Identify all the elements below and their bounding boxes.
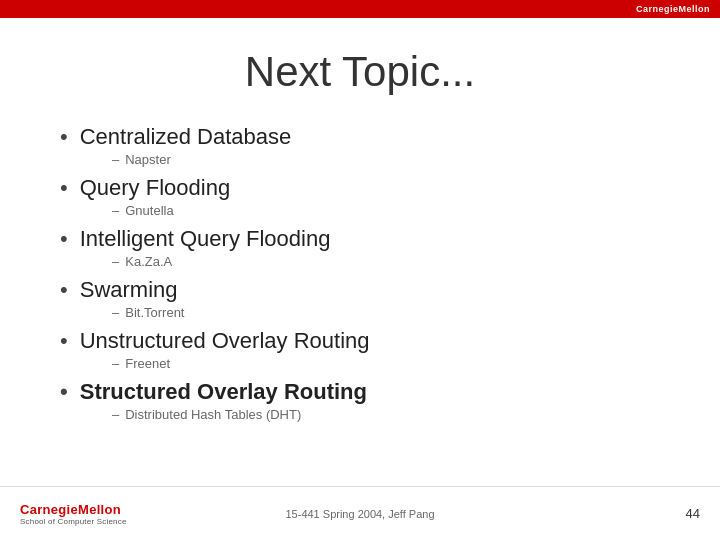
bullet-item: •Swarming–Bit.Torrent	[60, 277, 660, 320]
bullet-label: Unstructured Overlay Routing	[80, 328, 370, 354]
sub-label: Freenet	[125, 356, 170, 371]
bullet-label: Intelligent Query Flooding	[80, 226, 331, 252]
sub-dash: –	[112, 254, 119, 269]
bullet-main-text: •Intelligent Query Flooding	[60, 226, 660, 252]
bullet-sub-item: –Distributed Hash Tables (DHT)	[112, 407, 660, 422]
sub-label: Napster	[125, 152, 171, 167]
bullet-sub-item: –Napster	[112, 152, 660, 167]
bullet-label: Swarming	[80, 277, 178, 303]
sub-label: Ka.Za.A	[125, 254, 172, 269]
sub-dash: –	[112, 152, 119, 167]
bullet-dot: •	[60, 124, 68, 150]
content-area: Next Topic... •Centralized Database–Naps…	[0, 18, 720, 486]
footer-center-text: 15-441 Spring 2004, Jeff Pang	[285, 508, 434, 520]
sub-label: Bit.Torrent	[125, 305, 184, 320]
bullet-sub-item: –Freenet	[112, 356, 660, 371]
top-bar: CarnegieMellon	[0, 0, 720, 18]
bullet-item: •Centralized Database–Napster	[60, 124, 660, 167]
sub-label: Distributed Hash Tables (DHT)	[125, 407, 301, 422]
slide-title: Next Topic...	[60, 48, 660, 96]
bullet-main-text: •Unstructured Overlay Routing	[60, 328, 660, 354]
bullet-item: •Query Flooding–Gnutella	[60, 175, 660, 218]
top-bar-logo: CarnegieMellon	[636, 4, 710, 14]
bullet-sub-item: –Gnutella	[112, 203, 660, 218]
bullet-label: Query Flooding	[80, 175, 230, 201]
bullet-main-text: •Query Flooding	[60, 175, 660, 201]
sub-dash: –	[112, 305, 119, 320]
bullet-dot: •	[60, 175, 68, 201]
footer-logo-area: CarnegieMellon School of Computer Scienc…	[20, 502, 127, 526]
sub-label: Gnutella	[125, 203, 173, 218]
bullet-main-text: •Centralized Database	[60, 124, 660, 150]
bullet-dot: •	[60, 328, 68, 354]
bullet-dot: •	[60, 277, 68, 303]
bullet-item: •Unstructured Overlay Routing–Freenet	[60, 328, 660, 371]
bullet-dot: •	[60, 226, 68, 252]
footer-page-number: 44	[686, 506, 700, 521]
bullet-dot: •	[60, 379, 68, 405]
sub-dash: –	[112, 356, 119, 371]
bullet-label: Centralized Database	[80, 124, 292, 150]
slide: CarnegieMellon Next Topic... •Centralize…	[0, 0, 720, 540]
footer: CarnegieMellon School of Computer Scienc…	[0, 486, 720, 540]
sub-dash: –	[112, 203, 119, 218]
bullet-main-text: •Structured Overlay Routing	[60, 379, 660, 405]
footer-logo-cmu: CarnegieMellon	[20, 502, 121, 517]
bullet-label: Structured Overlay Routing	[80, 379, 367, 405]
bullet-sub-item: –Ka.Za.A	[112, 254, 660, 269]
bullet-sub-item: –Bit.Torrent	[112, 305, 660, 320]
footer-logo-sub: School of Computer Science	[20, 517, 127, 526]
bullet-list: •Centralized Database–Napster•Query Floo…	[60, 124, 660, 476]
bullet-main-text: •Swarming	[60, 277, 660, 303]
bullet-item: •Intelligent Query Flooding–Ka.Za.A	[60, 226, 660, 269]
sub-dash: –	[112, 407, 119, 422]
bullet-item: •Structured Overlay Routing–Distributed …	[60, 379, 660, 422]
